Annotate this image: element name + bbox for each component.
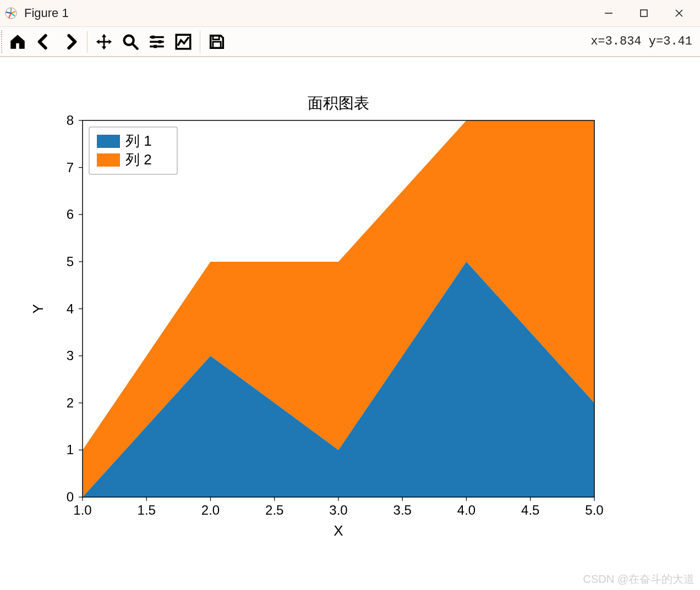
coord-readout: x=3.834 y=3.41 [590, 35, 696, 48]
maximize-button[interactable] [626, 0, 661, 26]
xtick-label: 1.5 [138, 503, 156, 517]
save-button[interactable] [204, 29, 230, 55]
svg-rect-2 [641, 10, 647, 16]
axes-button[interactable] [170, 29, 196, 55]
ytick-label: 0 [67, 489, 74, 504]
window-title: Figure 1 [24, 6, 69, 20]
minimize-button[interactable] [591, 0, 626, 26]
forward-button[interactable] [57, 29, 84, 55]
window-titlebar: Figure 1 [0, 0, 700, 26]
legend-label-2: 列 2 [125, 151, 152, 168]
subplots-button[interactable] [144, 29, 170, 55]
ytick-label: 2 [67, 395, 74, 410]
ytick-label: 3 [67, 348, 74, 363]
xtick-label: 3.5 [393, 503, 412, 517]
xtick-label: 2.5 [265, 503, 283, 517]
xtick-label: 2.0 [201, 503, 220, 517]
ytick-label: 6 [67, 207, 74, 222]
xtick-label: 4.0 [457, 503, 475, 517]
x-axis-label: X [333, 522, 343, 539]
legend-swatch-1 [97, 135, 120, 148]
back-button[interactable] [31, 29, 57, 55]
svg-rect-12 [154, 45, 157, 48]
plot-canvas[interactable]: 1.01.52.02.53.03.54.04.55.0012345678面积图表… [0, 57, 700, 590]
legend-label-1: 列 1 [125, 133, 152, 149]
svg-rect-10 [158, 40, 162, 43]
ytick-label: 1 [67, 442, 74, 457]
ytick-label: 7 [67, 160, 74, 175]
chart-svg: 1.01.52.02.53.03.54.04.55.0012345678面积图表… [0, 57, 660, 585]
ytick-label: 4 [67, 301, 74, 316]
home-button[interactable] [4, 29, 31, 55]
y-axis-label: Y [30, 304, 46, 313]
app-icon [3, 5, 19, 21]
chart-title: 面积图表 [308, 95, 369, 112]
ytick-label: 8 [67, 113, 74, 128]
xtick-label: 5.0 [585, 503, 603, 517]
svg-rect-8 [151, 35, 155, 38]
xtick-label: 3.0 [329, 503, 347, 517]
toolbar-separator [87, 31, 88, 53]
matplotlib-toolbar: x=3.834 y=3.41 [0, 26, 700, 57]
toolbar-separator [200, 31, 200, 53]
xtick-label: 1.0 [73, 503, 91, 517]
ytick-label: 5 [67, 254, 74, 269]
svg-line-6 [133, 44, 138, 49]
svg-rect-14 [213, 35, 219, 39]
legend-swatch-2 [97, 153, 120, 167]
watermark: CSDN @在奋斗的大道 [583, 572, 694, 587]
pan-button[interactable] [91, 29, 117, 55]
close-button[interactable] [661, 0, 697, 26]
xtick-label: 4.5 [521, 503, 539, 517]
zoom-button[interactable] [117, 29, 144, 55]
